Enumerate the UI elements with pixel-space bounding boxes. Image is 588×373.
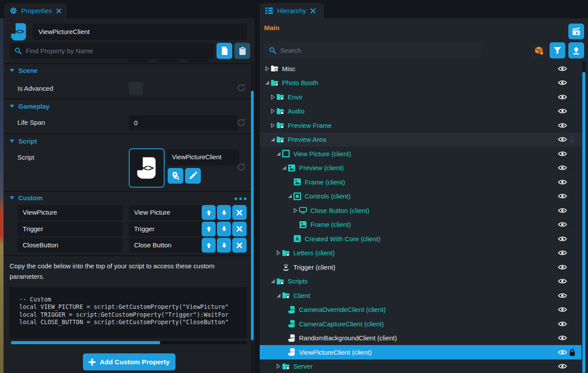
visibility-eye-icon[interactable] [558,164,567,171]
tree-item[interactable]: Preview Frame [260,118,581,133]
tree-item[interactable]: <> CameraCaptureClient (client) [260,317,581,331]
lock-icon[interactable] [569,263,575,271]
tree-caret-icon[interactable] [281,307,287,312]
tree-item[interactable]: Misc [260,62,581,76]
reset-property-button[interactable] [236,118,246,127]
tree-item[interactable]: Close Button (client) [260,203,581,218]
section-header-scene[interactable]: Scene [10,65,38,75]
code-snippet-block[interactable]: -- Custom local VIEW_PICTURE = script:Ge… [10,287,247,339]
visibility-eye-icon[interactable] [558,264,567,270]
visibility-eye-icon[interactable] [558,349,567,356]
delete-property-button[interactable] [232,205,247,220]
lock-icon[interactable] [569,121,575,130]
caret-down-icon[interactable] [10,104,14,108]
section-header-custom[interactable]: Custom [10,193,43,202]
tree-item[interactable]: Client [260,288,581,303]
tree-caret-icon[interactable] [275,293,282,298]
lock-icon[interactable] [569,220,575,229]
tab-properties[interactable]: Properties [4,3,67,18]
tree-caret-icon[interactable] [281,165,287,171]
lock-icon[interactable] [569,65,575,73]
tree-caret-icon[interactable] [281,335,287,341]
caret-down-icon[interactable] [10,139,14,143]
tree-caret-icon[interactable] [287,179,293,185]
lock-icon[interactable] [569,348,575,356]
visibility-eye-icon[interactable] [558,65,567,72]
section-header-script[interactable]: Script [10,136,37,146]
tree-item[interactable]: Photo Booth [260,76,581,90]
move-up-button[interactable] [202,205,216,220]
paste-properties-button[interactable] [234,43,250,59]
edit-script-button[interactable] [185,168,201,184]
tree-caret-icon[interactable] [270,94,276,100]
visibility-eye-icon[interactable] [558,207,567,214]
visibility-eye-icon[interactable] [558,321,567,327]
visibility-eye-icon[interactable] [558,250,567,256]
tree-item[interactable]: Frame (client) [260,175,581,189]
add-custom-property-button[interactable]: Add Custom Property [83,353,175,370]
caret-down-icon[interactable] [10,68,14,72]
tree-caret-icon[interactable] [270,278,276,284]
lock-icon[interactable] [569,249,575,257]
lock-icon[interactable] [569,164,575,172]
visibility-eye-icon[interactable] [558,306,567,313]
tree-caret-icon[interactable] [281,321,287,327]
tree-item[interactable]: Frame (client) [260,218,581,232]
tree-item[interactable]: A Created With Core (client) [260,232,581,246]
lock-icon[interactable] [569,305,575,314]
close-tab-icon[interactable] [56,8,62,14]
visibility-eye-icon[interactable] [558,335,567,341]
tree-caret-icon[interactable] [287,193,293,199]
visibility-eye-icon[interactable] [558,292,567,299]
custom-property-value-field[interactable]: View Picture [129,205,202,220]
lock-icon[interactable] [569,79,575,87]
tree-item[interactable]: <> ViewPictureClient (client) [260,345,581,359]
move-down-button[interactable] [217,205,231,220]
property-search-input[interactable]: Find Property by Name [10,43,214,59]
lock-icon[interactable] [569,320,575,328]
visibility-eye-icon[interactable] [558,193,567,199]
tree-caret-icon[interactable] [264,66,270,72]
tree-item[interactable]: Server [260,359,581,373]
move-up-button[interactable] [202,238,216,253]
tree-item[interactable]: Preview Area [260,133,581,147]
hierarchy-search-input[interactable]: Search [264,42,481,58]
tree-caret-icon[interactable] [281,349,287,355]
reset-property-button[interactable] [236,83,246,92]
tree-item[interactable]: <> CameraOverrideClient (client) [260,303,581,317]
lock-icon[interactable] [569,235,575,243]
visibility-eye-icon[interactable] [558,136,567,143]
script-asset-slot[interactable]: <> [129,148,165,188]
tree-item[interactable]: View Picture (client) [260,147,581,161]
visibility-eye-icon[interactable] [558,122,567,129]
tree-caret-icon[interactable] [264,80,270,86]
show-objects-button[interactable] [531,42,547,58]
hierarchy-scrollbar-thumb[interactable] [582,72,585,373]
filter-button[interactable] [550,42,565,58]
tree-caret-icon[interactable] [275,264,282,270]
lock-icon[interactable] [569,93,575,101]
caret-down-icon[interactable] [10,196,14,200]
tree-caret-icon[interactable] [270,123,276,128]
visibility-eye-icon[interactable] [558,179,567,185]
custom-property-value-field[interactable]: Trigger [129,222,202,236]
close-tab-icon[interactable] [310,8,316,14]
tree-item[interactable]: <> RandomBackgroundClient (client) [260,331,581,346]
custom-property-name-field[interactable]: Trigger [17,222,122,236]
code-horizontal-scrollbar-thumb[interactable] [11,341,160,344]
tree-caret-icon[interactable] [292,208,299,213]
visibility-eye-icon[interactable] [558,221,567,228]
tree-caret-icon[interactable] [275,250,282,256]
tree-caret-icon[interactable] [270,137,276,142]
section-header-gameplay[interactable]: Gameplay [10,101,50,111]
visibility-eye-icon[interactable] [558,79,567,86]
lock-icon[interactable] [569,291,575,300]
tree-item[interactable]: Scripts [260,274,581,289]
lock-icon[interactable] [569,135,575,144]
visibility-eye-icon[interactable] [558,236,567,242]
script-asset-name-field[interactable]: ViewPictureClient [167,149,239,165]
custom-property-name-field[interactable]: ViewPicture [17,205,122,220]
copy-properties-button[interactable] [217,43,232,59]
object-name-field[interactable]: ViewPictureClient [32,24,247,40]
delete-property-button[interactable] [232,222,247,236]
